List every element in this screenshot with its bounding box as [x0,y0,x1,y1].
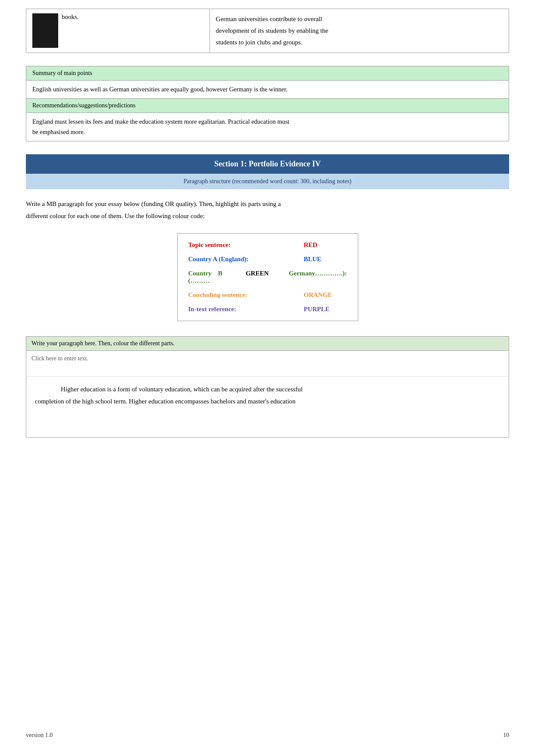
right-line-3: students to join clubs and groups. [216,37,503,48]
write-box-essay[interactable]: Higher education is a form of voluntary … [26,377,509,437]
color-row-concluding: Concluding sentence: ORANGE [188,288,347,302]
summary-rec-header: Recommendations/suggestions/predictions [26,98,509,112]
color-row-intext: In-text reference: PURPLE [188,302,347,316]
page-footer: version 1.0 10 [26,728,509,739]
essay-line-2: completion of the high school term. High… [35,395,500,408]
page: books. German universities contribute to… [0,0,535,756]
top-table-left: books. [26,9,210,53]
concluding-sentence-value: ORANGE [304,291,347,299]
black-box-image [32,13,58,48]
right-line-1: German universities contribute to overal… [216,13,503,25]
intext-reference-value: PURPLE [304,306,347,313]
books-label: books. [62,13,79,21]
country-a-value: BLUE [304,256,347,263]
version-label: version 1.0 [26,732,53,739]
concluding-sentence-label: Concluding sentence: [188,291,304,299]
right-line-2: development of its students by enabling … [216,25,503,37]
color-code-table: Topic sentence: RED Country A (England):… [177,233,358,321]
write-box-placeholder[interactable]: Click here to enter text. [26,351,509,377]
top-table-right: German universities contribute to overal… [210,9,509,53]
summary-main-header: Summary of main points [26,66,509,81]
section-subtitle: Paragraph structure (recommended word co… [26,174,509,189]
main-instruction: Write a MB paragraph for your essay belo… [26,198,509,222]
summary-table: Summary of main points English universit… [26,66,509,141]
summary-rec-content: England must lessen its fees and make th… [26,112,509,141]
topic-sentence-label: Topic sentence: [188,241,304,249]
topic-sentence-value: RED [304,241,347,249]
country-b-label: Country B (……… GREEN [188,270,289,284]
country-b-label-part2: Germany………….): [289,270,347,277]
color-row-country-b: Country B (……… GREEN Germany………….): [188,266,347,288]
write-box-header: Write your paragraph here. Then, colour … [26,337,509,351]
intext-reference-label: In-text reference: [188,306,304,313]
color-row-country-a: Country A (England): BLUE [188,252,347,266]
write-paragraph-box[interactable]: Write your paragraph here. Then, colour … [26,336,509,437]
page-number: 10 [503,732,509,739]
essay-line-1: Higher education is a form of voluntary … [35,383,500,396]
summary-main-content: English universities as well as German u… [26,81,509,99]
country-a-label: Country A (England): [188,256,304,263]
color-code-wrapper: Topic sentence: RED Country A (England):… [26,233,509,321]
section-title: Section 1: Portfolio Evidence IV [26,154,509,174]
country-b-value: GREEN [246,270,289,277]
top-table: books. German universities contribute to… [26,9,509,53]
country-b-label-part1: Country B (……… [188,270,246,284]
color-row-topic: Topic sentence: RED [188,238,347,252]
